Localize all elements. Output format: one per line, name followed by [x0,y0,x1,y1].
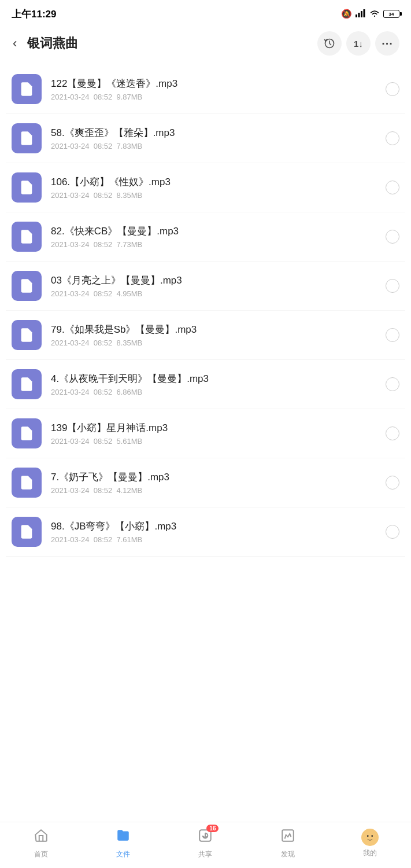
file-meta: 2021-03-24 08:52 5.61MB [51,437,376,446]
bottom-nav: 首页 文件 16 共享 发现 [0,822,411,868]
nav-item-discover[interactable]: 发现 [268,828,308,859]
file-item[interactable]: 98.《JB弯弯》【小窈】.mp3 2021-03-24 08:52 7.61M… [6,507,405,557]
file-icon [12,418,42,448]
file-info: 4.《从夜晚干到天明》【曼曼】.mp3 2021-03-24 08:52 6.8… [51,372,376,397]
status-icons: 🔕 34 [341,9,399,19]
more-button[interactable]: ··· [375,31,399,56]
file-select-radio[interactable] [386,525,399,539]
file-meta: 2021-03-24 08:52 6.86MB [51,388,376,396]
file-name: 122【曼曼】《迷迭香》.mp3 [51,77,376,91]
discover-icon [280,828,295,847]
file-info: 106.【小窈】《性奴》.mp3 2021-03-24 08:52 8.35MB [51,175,376,200]
file-select-radio[interactable] [386,230,399,244]
file-icon [12,468,42,498]
svg-point-17 [362,830,377,845]
file-item[interactable]: 4.《从夜晚干到天明》【曼曼】.mp3 2021-03-24 08:52 6.8… [6,360,405,409]
file-select-radio[interactable] [386,279,399,293]
file-name: 106.【小窈】《性奴》.mp3 [51,175,376,189]
share-badge: 16 [206,825,219,832]
file-select-radio[interactable] [386,328,399,342]
signal-icon [356,9,366,19]
header-actions: 1↓ ··· [317,31,399,56]
file-icon [12,271,42,301]
file-name: 79.《如果我是Sb》【曼曼】.mp3 [51,323,376,337]
svg-rect-1 [358,13,360,17]
nav-item-share[interactable]: 16 共享 [185,828,225,859]
nav-label-mine: 我的 [363,848,377,858]
file-meta: 2021-03-24 08:52 8.35MB [51,339,376,347]
nav-item-home[interactable]: 首页 [21,828,61,859]
file-icon [12,320,42,350]
file-icon [12,172,42,203]
header: ‹ 银词燕曲 1↓ ··· [0,25,411,65]
mine-icon [361,829,379,846]
file-item[interactable]: 122【曼曼】《迷迭香》.mp3 2021-03-24 08:52 9.87MB [6,65,405,114]
sort-button[interactable]: 1↓ [346,31,371,56]
file-item[interactable]: 139【小窈】星月神话.mp3 2021-03-24 08:52 5.61MB [6,409,405,458]
file-info: 82.《快来CB》【曼曼】.mp3 2021-03-24 08:52 7.73M… [51,225,376,249]
file-info: 03《月亮之上》【曼曼】.mp3 2021-03-24 08:52 4.95MB [51,274,376,299]
wifi-icon [369,9,380,19]
status-time: 上午11:29 [12,8,56,21]
file-name: 58.《爽歪歪》【雅朵】.mp3 [51,126,376,140]
file-name: 4.《从夜晚干到天明》【曼曼】.mp3 [51,372,376,386]
file-select-radio[interactable] [386,476,399,490]
file-select-radio[interactable] [386,131,399,145]
file-name: 98.《JB弯弯》【小窈】.mp3 [51,520,376,534]
file-item[interactable]: 03《月亮之上》【曼曼】.mp3 2021-03-24 08:52 4.95MB [6,262,405,311]
file-meta: 2021-03-24 08:52 8.35MB [51,191,376,200]
file-item[interactable]: 58.《爽歪歪》【雅朵】.mp3 2021-03-24 08:52 7.83MB [6,114,405,163]
page-title: 银词燕曲 [27,35,312,52]
file-info: 79.《如果我是Sb》【曼曼】.mp3 2021-03-24 08:52 8.3… [51,323,376,348]
file-item[interactable]: 106.【小窈】《性奴》.mp3 2021-03-24 08:52 8.35MB [6,163,405,212]
battery-icon: 34 [383,10,399,18]
nav-item-files[interactable]: 文件 [103,828,143,859]
nav-label-home: 首页 [34,849,48,859]
file-item[interactable]: 7.《奶子飞》【曼曼】.mp3 2021-03-24 08:52 4.12MB [6,458,405,507]
svg-rect-2 [361,11,362,17]
file-meta: 2021-03-24 08:52 7.61MB [51,535,376,544]
home-icon [34,828,49,847]
back-button[interactable]: ‹ [8,34,21,53]
nav-item-mine[interactable]: 我的 [350,829,390,858]
file-name: 139【小窈】星月神话.mp3 [51,421,376,435]
history-button[interactable] [317,31,342,56]
file-icon [12,74,42,104]
file-name: 7.《奶子飞》【曼曼】.mp3 [51,470,376,484]
file-select-radio[interactable] [386,82,399,96]
file-list: 122【曼曼】《迷迭香》.mp3 2021-03-24 08:52 9.87MB… [0,65,411,557]
avatar [361,829,379,846]
file-item[interactable]: 79.《如果我是Sb》【曼曼】.mp3 2021-03-24 08:52 8.3… [6,311,405,360]
file-meta: 2021-03-24 08:52 9.87MB [51,93,376,101]
file-name: 03《月亮之上》【曼曼】.mp3 [51,274,376,288]
file-meta: 2021-03-24 08:52 7.73MB [51,240,376,249]
file-icon [12,222,42,252]
share-icon: 16 [198,828,213,847]
file-icon [12,123,42,153]
svg-point-19 [371,835,373,837]
nav-label-discover: 发现 [281,849,295,859]
file-meta: 2021-03-24 08:52 4.95MB [51,289,376,298]
file-info: 7.《奶子飞》【曼曼】.mp3 2021-03-24 08:52 4.12MB [51,470,376,495]
svg-rect-16 [282,830,294,841]
file-icon [12,369,42,399]
file-info: 98.《JB弯弯》【小窈】.mp3 2021-03-24 08:52 7.61M… [51,520,376,545]
file-item[interactable]: 82.《快来CB》【曼曼】.mp3 2021-03-24 08:52 7.73M… [6,212,405,262]
file-info: 122【曼曼】《迷迭香》.mp3 2021-03-24 08:52 9.87MB [51,77,376,102]
file-info: 139【小窈】星月神话.mp3 2021-03-24 08:52 5.61MB [51,421,376,446]
svg-rect-0 [356,14,357,17]
file-meta: 2021-03-24 08:52 7.83MB [51,142,376,150]
mute-icon: 🔕 [341,9,352,19]
file-name: 82.《快来CB》【曼曼】.mp3 [51,225,376,238]
svg-rect-3 [364,9,365,17]
file-meta: 2021-03-24 08:52 4.12MB [51,486,376,495]
file-select-radio[interactable] [386,377,399,391]
files-icon [116,828,131,847]
file-select-radio[interactable] [386,181,399,194]
file-icon [12,517,42,547]
svg-point-18 [367,835,369,837]
status-bar: 上午11:29 🔕 34 [0,0,411,25]
file-select-radio[interactable] [386,426,399,440]
file-info: 58.《爽歪歪》【雅朵】.mp3 2021-03-24 08:52 7.83MB [51,126,376,151]
nav-label-share: 共享 [198,849,212,859]
